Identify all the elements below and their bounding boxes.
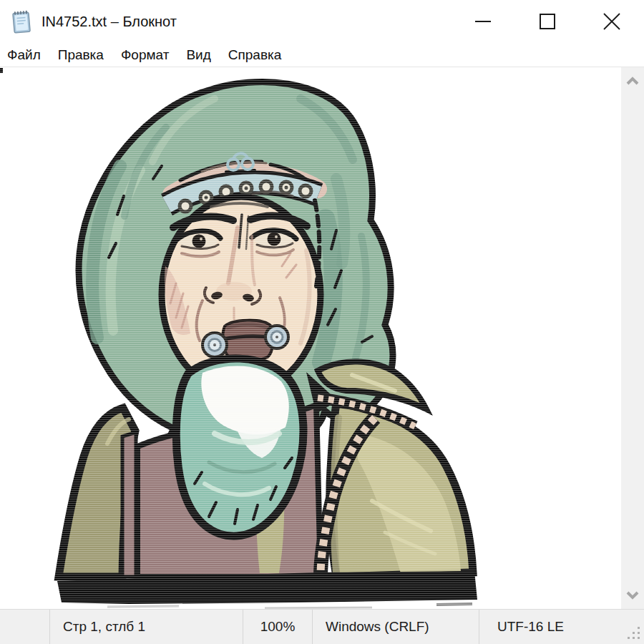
- titlebar[interactable]: IN4752.txt – Блокнот: [0, 0, 644, 43]
- caption-buttons: [451, 0, 644, 43]
- notepad-icon: [8, 8, 35, 35]
- right-iris: [268, 233, 281, 246]
- window-title: IN4752.txt – Блокнот: [42, 14, 177, 30]
- right-labret: [265, 326, 288, 348]
- menu-item-edit[interactable]: Правка: [49, 43, 112, 67]
- menu-item-file[interactable]: Файл: [0, 43, 49, 67]
- maximize-icon: [538, 12, 557, 31]
- status-zoom[interactable]: 100%: [243, 610, 313, 644]
- left-labret: [203, 333, 227, 357]
- menubar: Файл Правка Формат Вид Справка: [0, 43, 644, 67]
- maximize-button[interactable]: [515, 0, 580, 43]
- menu-item-view[interactable]: Вид: [177, 43, 219, 67]
- left-arm-trim: [122, 432, 136, 577]
- status-cursor-position: Стр 1, стлб 1: [50, 610, 243, 644]
- status-spacer: [0, 610, 50, 644]
- scroll-down-button[interactable]: [621, 583, 644, 608]
- minimize-button[interactable]: [451, 0, 515, 43]
- chevron-down-icon: [626, 591, 639, 600]
- fur-muff: [176, 358, 303, 536]
- status-line-ending: Windows (CRLF): [313, 610, 479, 644]
- chevron-up-icon: [626, 77, 639, 85]
- menu-item-format[interactable]: Формат: [112, 43, 178, 67]
- text-area[interactable]: [0, 67, 621, 609]
- scroll-up-button[interactable]: [621, 69, 644, 93]
- minimize-icon: [474, 12, 492, 31]
- document-artwork: [0, 67, 621, 609]
- status-encoding: UTF-16 LE: [479, 610, 644, 644]
- menu-item-help[interactable]: Справка: [220, 43, 291, 67]
- vertical-scrollbar[interactable]: [621, 67, 644, 609]
- left-iris: [192, 235, 206, 248]
- close-icon: [602, 11, 622, 31]
- close-button[interactable]: [580, 0, 644, 43]
- statusbar: Стр 1, стлб 1 100% Windows (CRLF) UTF-16…: [0, 609, 644, 644]
- resize-grip-icon[interactable]: [626, 625, 642, 641]
- notepad-window: IN4752.txt – Блокнот Файл Правка Формат …: [0, 0, 644, 644]
